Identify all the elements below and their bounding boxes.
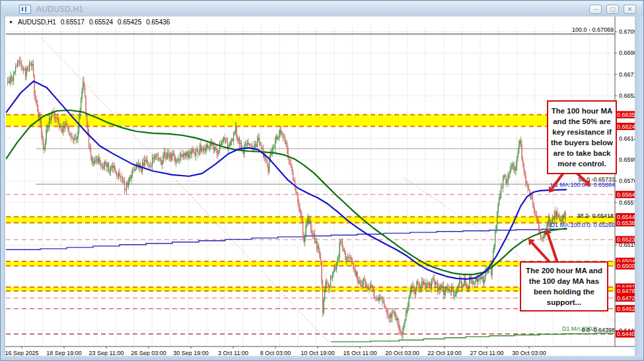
level-label: 100.0 - 0.67069 [572, 26, 614, 33]
chart-app-icon [19, 5, 31, 14]
close-button[interactable]: ✕ [624, 5, 636, 14]
level-label: 0.0 -0.64398 [581, 327, 615, 333]
chevron-down-icon[interactable]: ▼ [9, 20, 13, 24]
annotation-resistance-note: The 100 hour MA and the 50% are key resi… [547, 100, 617, 174]
window-controls: – ▢ ✕ [589, 5, 636, 14]
window-border-bottom [1, 356, 643, 360]
minimize-button[interactable]: – [589, 5, 602, 14]
level-label: 38.2- 0.65418 [577, 213, 614, 219]
window-title: AUDUSD,H1 [36, 5, 83, 14]
header-close: 0.65436 [146, 18, 170, 26]
restore-button[interactable]: ▢ [606, 5, 619, 14]
window-border-right [635, 16, 643, 360]
ohlc-header[interactable]: ▼ AUDUSD,H1 0.65517 0.65524 0.65425 0.65… [9, 18, 170, 26]
header-low: 0.65425 [118, 18, 141, 26]
title-bar[interactable]: AUDUSD,H1 – ▢ ✕ [1, 1, 643, 16]
mt4-chart-window: AUDUSD,H1 – ▢ ✕ 100.0 - 0.6706950.0 -0.6… [0, 0, 644, 361]
level-label: D1 MA:100:0:0: 0.65266 [550, 222, 615, 228]
header-open: 0.65517 [61, 18, 85, 26]
annotation-support-text: The 200 hour MA and the 100 day MA has b… [522, 265, 606, 308]
header-high: 0.65524 [89, 18, 113, 26]
window-border-left [1, 16, 5, 360]
annotation-resistance-text: The 100 hour MA and the 50% are key resi… [550, 106, 614, 170]
level-label: H1 MA:100:0:0: 0.65684 [550, 181, 615, 188]
header-symbol: AUDUSD,H1 [18, 18, 56, 26]
annotation-support-note: The 200 hour MA and the 100 day MA has b… [520, 261, 608, 312]
